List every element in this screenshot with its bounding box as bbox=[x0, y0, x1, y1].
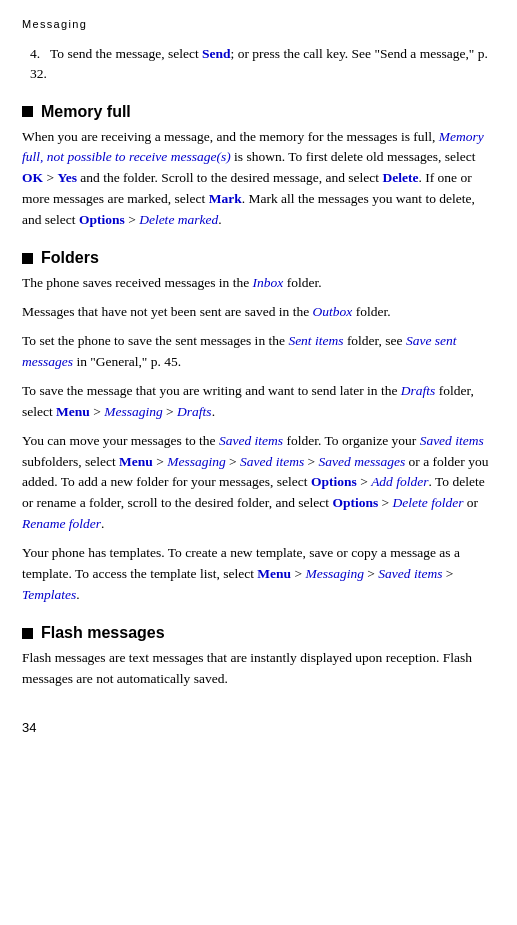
fp6-gt-2: > bbox=[364, 566, 378, 581]
fp5-gt-2: > bbox=[226, 454, 240, 469]
fp5-saved-items-3: Saved items bbox=[240, 454, 304, 469]
section-memory-full-heading: Memory full bbox=[22, 103, 495, 121]
flash-text-1: Flash messages are text messages that ar… bbox=[22, 650, 472, 686]
fp6-period: . bbox=[76, 587, 79, 602]
fp4-menu: Menu bbox=[56, 404, 90, 419]
fp1-inbox: Inbox bbox=[253, 275, 284, 290]
folders-para-5: You can move your messages to the Saved … bbox=[22, 431, 495, 536]
section-memory-full-body: When you are receiving a message, and th… bbox=[22, 127, 495, 232]
fp4-drafts-2: Drafts bbox=[177, 404, 212, 419]
section-memory-full-title: Memory full bbox=[41, 103, 131, 121]
fp5-gt-3: > bbox=[304, 454, 318, 469]
section-flash-messages-body: Flash messages are text messages that ar… bbox=[22, 648, 495, 690]
mf-gt-1: > bbox=[43, 170, 57, 185]
fp2-outbox: Outbox bbox=[313, 304, 353, 319]
flash-para-1: Flash messages are text messages that ar… bbox=[22, 648, 495, 690]
folders-para-4: To save the message that you are writing… bbox=[22, 381, 495, 423]
page-header: Messaging bbox=[22, 18, 495, 30]
fp4-messaging: Messaging bbox=[104, 404, 163, 419]
section-flash-messages-square bbox=[22, 628, 33, 639]
fp1-text-1: The phone saves received messages in the bbox=[22, 275, 253, 290]
mf-text-3: and the folder. Scroll to the desired me… bbox=[77, 170, 383, 185]
fp5-gt-5: > bbox=[378, 495, 392, 510]
fp6-gt-3: > bbox=[442, 566, 453, 581]
folders-para-2: Messages that have not yet been sent are… bbox=[22, 302, 495, 323]
fp6-saved-items: Saved items bbox=[378, 566, 442, 581]
fp5-text-3: subfolders, select bbox=[22, 454, 119, 469]
fp6-gt-1: > bbox=[291, 566, 305, 581]
mf-delete-marked: Delete marked bbox=[139, 212, 218, 227]
folders-para-6: Your phone has templates. To create a ne… bbox=[22, 543, 495, 606]
fp5-messaging: Messaging bbox=[167, 454, 226, 469]
section-folders: Folders The phone saves received message… bbox=[22, 249, 495, 606]
mf-yes: Yes bbox=[57, 170, 77, 185]
fp5-gt-1: > bbox=[153, 454, 167, 469]
section-folders-title: Folders bbox=[41, 249, 99, 267]
fp4-period: . bbox=[212, 404, 215, 419]
section-memory-full: Memory full When you are receiving a mes… bbox=[22, 103, 495, 232]
mf-text-2: is shown. To first delete old messages, … bbox=[231, 149, 476, 164]
section-flash-messages-heading: Flash messages bbox=[22, 624, 495, 642]
folders-para-3: To set the phone to save the sent messag… bbox=[22, 331, 495, 373]
fp1-text-2: folder. bbox=[283, 275, 321, 290]
section-folders-square bbox=[22, 253, 33, 264]
fp3-text-1: To set the phone to save the sent messag… bbox=[22, 333, 288, 348]
fp4-text-1: To save the message that you are writing… bbox=[22, 383, 401, 398]
step-4-send-link: Send bbox=[202, 46, 231, 61]
step-4: 4. To send the message, select Send; or … bbox=[22, 44, 495, 85]
fp5-options-1: Options bbox=[311, 474, 357, 489]
step-4-text-pre: To send the message, select bbox=[50, 46, 202, 61]
step-4-number: 4. bbox=[30, 46, 47, 61]
fp5-text-2: folder. To organize your bbox=[283, 433, 420, 448]
fp5-delete-folder: Delete folder bbox=[393, 495, 464, 510]
fp5-text-6: or bbox=[463, 495, 478, 510]
fp3-text-2: folder, see bbox=[344, 333, 406, 348]
fp3-sent-items: Sent items bbox=[288, 333, 343, 348]
section-memory-full-square bbox=[22, 106, 33, 117]
fp4-drafts-1: Drafts bbox=[401, 383, 436, 398]
mf-gt-2: > bbox=[125, 212, 139, 227]
fp2-text-2: folder. bbox=[352, 304, 390, 319]
mf-mark: Mark bbox=[209, 191, 242, 206]
fp5-saved-items-1: Saved items bbox=[219, 433, 283, 448]
mf-period: . bbox=[218, 212, 221, 227]
fp5-period: . bbox=[101, 516, 104, 531]
fp3-text-3: in "General," p. 45. bbox=[73, 354, 181, 369]
mf-text-1: When you are receiving a message, and th… bbox=[22, 129, 439, 144]
fp5-menu: Menu bbox=[119, 454, 153, 469]
fp6-menu: Menu bbox=[257, 566, 291, 581]
section-folders-heading: Folders bbox=[22, 249, 495, 267]
fp5-gt-4: > bbox=[357, 474, 371, 489]
fp5-options-2: Options bbox=[332, 495, 378, 510]
fp5-saved-messages: Saved messages bbox=[319, 454, 406, 469]
fp6-templates: Templates bbox=[22, 587, 76, 602]
mf-delete: Delete bbox=[382, 170, 418, 185]
page-number: 34 bbox=[22, 720, 495, 735]
section-flash-messages: Flash messages Flash messages are text m… bbox=[22, 624, 495, 690]
mf-options: Options bbox=[79, 212, 125, 227]
fp4-gt-2: > bbox=[163, 404, 177, 419]
fp5-saved-items-2: Saved items bbox=[420, 433, 484, 448]
fp4-gt-1: > bbox=[90, 404, 104, 419]
fp5-add-folder: Add folder bbox=[371, 474, 428, 489]
fp2-text-1: Messages that have not yet been sent are… bbox=[22, 304, 313, 319]
fp6-messaging: Messaging bbox=[305, 566, 364, 581]
fp5-text-1: You can move your messages to the bbox=[22, 433, 219, 448]
mf-ok: OK bbox=[22, 170, 43, 185]
section-flash-messages-title: Flash messages bbox=[41, 624, 165, 642]
memory-full-para-1: When you are receiving a message, and th… bbox=[22, 127, 495, 232]
fp5-rename-folder: Rename folder bbox=[22, 516, 101, 531]
folders-para-1: The phone saves received messages in the… bbox=[22, 273, 495, 294]
section-folders-body: The phone saves received messages in the… bbox=[22, 273, 495, 606]
